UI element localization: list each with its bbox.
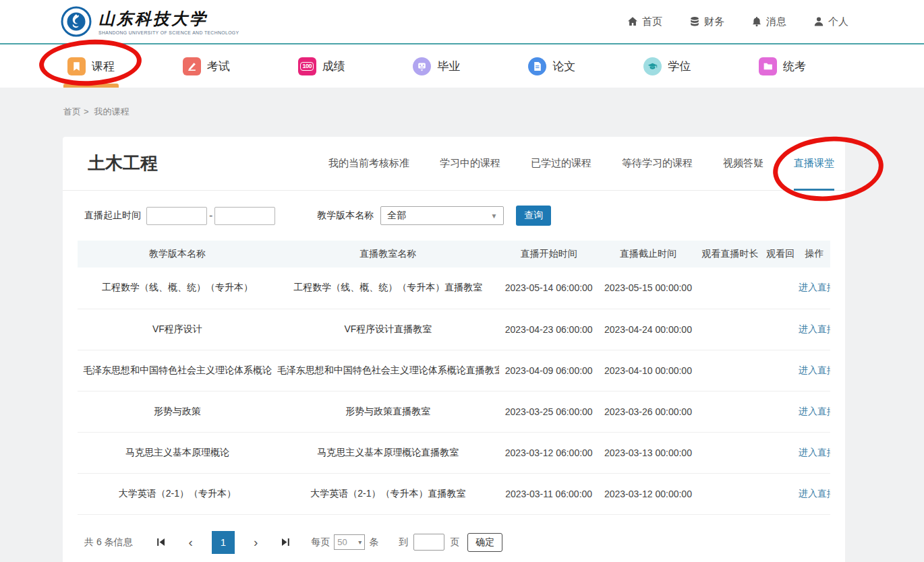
main-nav-exam[interactable]: 考试 bbox=[183, 44, 230, 88]
cell-end-time: 2023-03-13 00:00:00 bbox=[598, 432, 697, 473]
tab-learning-courses[interactable]: 学习中的课程 bbox=[440, 137, 500, 190]
table-row: 工程数学（线、概、统）（专升本） 工程数学（线、概、统）（专升本）直播教室 20… bbox=[78, 268, 830, 309]
bell-icon bbox=[751, 16, 762, 27]
cell-start-time: 2023-03-25 06:00:00 bbox=[499, 391, 598, 432]
cell-start-time: 2023-05-14 06:00:00 bbox=[499, 268, 598, 309]
topnav-messages-label: 消息 bbox=[766, 15, 786, 28]
goto-page-input[interactable] bbox=[413, 534, 444, 551]
teaching-version-select[interactable]: 全部 ▼ bbox=[380, 206, 504, 225]
tab-assessment-standard[interactable]: 我的当前考核标准 bbox=[328, 137, 409, 190]
live-time-from-input[interactable] bbox=[146, 207, 207, 225]
page-title: 土木工程 bbox=[88, 152, 158, 175]
topnav-finance[interactable]: 财务 bbox=[689, 15, 724, 28]
main-nav-exam-label: 考试 bbox=[207, 59, 230, 74]
enter-live-link[interactable]: 进入直播 bbox=[799, 323, 830, 334]
main-nav-thesis[interactable]: 论文 bbox=[528, 44, 575, 88]
main-nav-unified-exam-label: 统考 bbox=[783, 59, 806, 74]
next-page-button[interactable]: › bbox=[254, 536, 258, 549]
col-header-start-time: 直播开始时间 bbox=[499, 241, 598, 268]
cell-replay bbox=[763, 309, 799, 350]
logo-en-subtitle: SHANDONG UNIVERSITY OF SCIENCE AND TECHN… bbox=[98, 30, 239, 35]
current-page-button[interactable]: 1 bbox=[212, 531, 235, 554]
cell-end-time: 2023-05-15 00:00:00 bbox=[598, 268, 697, 309]
tab-video-qa[interactable]: 视频答疑 bbox=[723, 137, 763, 190]
home-icon bbox=[627, 16, 638, 27]
tab-live-classroom[interactable]: 直播课堂 bbox=[794, 137, 834, 190]
table-row: 马克思主义基本原理概论 马克思主义基本原理概论直播教室 2023-03-12 0… bbox=[78, 432, 830, 473]
topnav-profile[interactable]: 个人 bbox=[813, 15, 848, 28]
course-card: 土木工程 我的当前考核标准 学习中的课程 已学过的课程 等待学习的课程 视频答疑… bbox=[63, 137, 845, 562]
cell-watch-duration bbox=[698, 473, 763, 514]
university-logo: 山东科技大学 SHANDONG UNIVERSITY OF SCIENCE AN… bbox=[61, 6, 239, 37]
enter-live-link[interactable]: 进入直播 bbox=[799, 406, 830, 416]
logo-cn-title: 山东科技大学 bbox=[98, 8, 239, 30]
live-classes-table: 教学版本名称 直播教室名称 直播开始时间 直播截止时间 观看直播时长 观看回 操… bbox=[78, 241, 830, 515]
per-page-label: 每页 bbox=[311, 536, 330, 549]
cell-version: 形势与政策 bbox=[78, 391, 277, 432]
per-page-unit: 条 bbox=[369, 536, 378, 549]
main-nav-degree[interactable]: 学位 bbox=[643, 44, 691, 88]
col-header-version: 教学版本名称 bbox=[78, 241, 277, 268]
cell-classroom: 形势与政策直播教室 bbox=[277, 391, 499, 432]
table-row: VF程序设计 VF程序设计直播教室 2023-04-23 06:00:00 20… bbox=[78, 309, 830, 350]
col-header-action: 操作 bbox=[799, 241, 830, 268]
main-nav: 课程 考试 100 成绩 毕业 论文 学位 统考 bbox=[0, 44, 924, 88]
user-icon bbox=[813, 16, 824, 27]
cell-classroom: VF程序设计直播教室 bbox=[277, 309, 499, 350]
main-nav-course[interactable]: 课程 bbox=[67, 44, 115, 88]
card-header: 土木工程 我的当前考核标准 学习中的课程 已学过的课程 等待学习的课程 视频答疑… bbox=[63, 137, 845, 191]
enter-live-link[interactable]: 进入直播 bbox=[799, 282, 830, 292]
thesis-icon bbox=[528, 57, 546, 75]
cell-replay bbox=[763, 391, 799, 432]
table-header-row: 教学版本名称 直播教室名称 直播开始时间 直播截止时间 观看直播时长 观看回 操… bbox=[78, 241, 830, 268]
cell-version: 大学英语（2-1）（专升本） bbox=[78, 473, 277, 514]
live-time-range-label: 直播起止时间 bbox=[84, 210, 141, 222]
cell-end-time: 2023-03-26 00:00:00 bbox=[598, 391, 697, 432]
live-time-to-input[interactable] bbox=[214, 207, 275, 225]
main-nav-score[interactable]: 100 成绩 bbox=[298, 44, 345, 88]
breadcrumb-separator: > bbox=[84, 106, 89, 117]
course-icon bbox=[67, 57, 86, 75]
top-nav: 首页 财务 消息 个人 bbox=[627, 15, 924, 28]
chevron-down-icon: ▼ bbox=[490, 212, 497, 220]
col-header-classroom: 直播教室名称 bbox=[277, 241, 499, 268]
cell-version: 毛泽东思想和中国特色社会主义理论体系概论 bbox=[78, 350, 277, 391]
cell-classroom: 大学英语（2-1）（专升本）直播教室 bbox=[277, 473, 499, 514]
cell-replay bbox=[763, 350, 799, 391]
cell-start-time: 2023-04-09 06:00:00 bbox=[499, 350, 598, 391]
enter-live-link[interactable]: 进入直播 bbox=[799, 488, 830, 499]
cell-classroom: 毛泽东思想和中国特色社会主义理论体系概论直播教室 bbox=[277, 350, 499, 391]
last-page-button[interactable] bbox=[281, 537, 291, 547]
enter-live-link[interactable]: 进入直播 bbox=[799, 365, 830, 375]
main-nav-graduation[interactable]: 毕业 bbox=[413, 44, 460, 88]
per-page-select[interactable]: 50 ▾ bbox=[334, 534, 365, 550]
breadcrumb-home[interactable]: 首页 bbox=[63, 106, 81, 117]
cell-watch-duration bbox=[698, 350, 763, 391]
confirm-button[interactable]: 确定 bbox=[467, 533, 502, 552]
enter-live-link[interactable]: 进入直播 bbox=[799, 447, 830, 458]
col-header-watch-duration: 观看直播时长 bbox=[698, 241, 763, 268]
topnav-home-label: 首页 bbox=[642, 15, 662, 28]
cell-classroom: 马克思主义基本原理概论直播教室 bbox=[277, 432, 499, 473]
topnav-home[interactable]: 首页 bbox=[627, 15, 662, 28]
tab-learned-courses[interactable]: 已学过的课程 bbox=[531, 137, 591, 190]
main-nav-unified-exam[interactable]: 统考 bbox=[759, 44, 806, 88]
cell-watch-duration bbox=[698, 309, 763, 350]
cell-watch-duration bbox=[698, 391, 763, 432]
cell-version: VF程序设计 bbox=[78, 309, 277, 350]
prev-page-button[interactable]: ‹ bbox=[189, 536, 193, 549]
score-100-badge: 100 bbox=[300, 62, 314, 71]
search-button[interactable]: 查询 bbox=[516, 206, 551, 226]
table-row: 大学英语（2-1）（专升本） 大学英语（2-1）（专升本）直播教室 2023-0… bbox=[78, 473, 830, 514]
first-page-button[interactable] bbox=[156, 537, 166, 547]
cell-start-time: 2023-03-11 06:00:00 bbox=[499, 473, 598, 514]
cell-replay bbox=[763, 473, 799, 514]
top-bar: 山东科技大学 SHANDONG UNIVERSITY OF SCIENCE AN… bbox=[0, 0, 924, 43]
tab-waiting-courses[interactable]: 等待学习的课程 bbox=[622, 137, 693, 190]
col-header-replay: 观看回 bbox=[763, 241, 799, 268]
graduation-icon bbox=[413, 57, 431, 75]
topnav-messages[interactable]: 消息 bbox=[751, 15, 786, 28]
pagination: 共 6 条信息 ‹ 1 › 每页 50 ▾ 条 到 页 确定 bbox=[84, 531, 830, 554]
per-page-value: 50 bbox=[337, 537, 347, 547]
university-emblem-icon bbox=[61, 6, 92, 37]
